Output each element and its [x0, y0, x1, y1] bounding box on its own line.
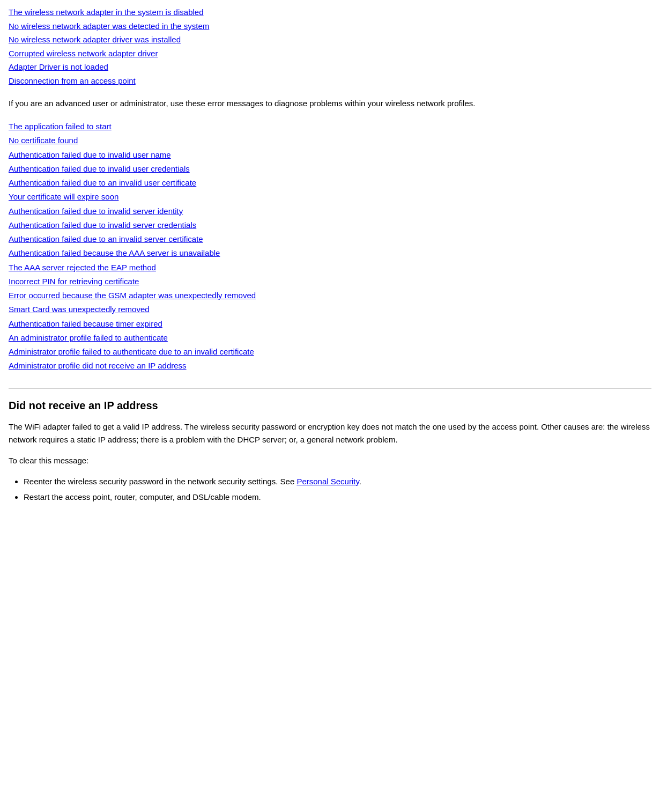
list-item: Reenter the wireless security password i… [24, 475, 651, 489]
error-link-item[interactable]: Authentication failed due to invalid ser… [9, 218, 651, 232]
top-links-section: The wireless network adapter in the syst… [9, 5, 651, 87]
top-link-item[interactable]: Corrupted wireless network adapter drive… [9, 47, 651, 61]
top-link-item[interactable]: Disconnection from an access point [9, 74, 651, 88]
body-paragraph: The WiFi adapter failed to get a valid I… [9, 420, 651, 447]
error-link-item[interactable]: Your certificate will expire soon [9, 190, 651, 204]
bullet-list: Reenter the wireless security password i… [24, 475, 651, 504]
error-link-item[interactable]: The application failed to start [9, 120, 651, 134]
error-link-item[interactable]: Authentication failed due to invalid use… [9, 162, 651, 176]
error-link-item[interactable]: The AAA server rejected the EAP method [9, 261, 651, 275]
error-link-item[interactable]: Incorrect PIN for retrieving certificate [9, 275, 651, 289]
error-link-item[interactable]: An administrator profile failed to authe… [9, 331, 651, 345]
description-text: If you are an advanced user or administr… [9, 97, 651, 110]
top-link-item[interactable]: Adapter Driver is not loaded [9, 60, 651, 74]
personal-security-link[interactable]: Personal Security [296, 477, 359, 486]
error-link-item[interactable]: Smart Card was unexpectedly removed [9, 302, 651, 316]
error-link-item[interactable]: Administrator profile failed to authenti… [9, 345, 651, 359]
error-link-item[interactable]: Authentication failed because timer expi… [9, 317, 651, 331]
section-heading: Did not receive an IP address [9, 400, 651, 412]
error-link-item[interactable]: Authentication failed due to invalid use… [9, 148, 651, 162]
error-link-item[interactable]: Authentication failed due to an invalid … [9, 176, 651, 190]
top-link-item[interactable]: No wireless network adapter was detected… [9, 19, 651, 33]
clear-message-label: To clear this message: [9, 454, 651, 468]
error-links-section: The application failed to startNo certif… [9, 120, 651, 373]
error-link-item[interactable]: Authentication failed because the AAA se… [9, 246, 651, 260]
horizontal-divider [9, 388, 651, 389]
bullet-text-after: . [359, 477, 361, 486]
error-link-item[interactable]: Error occurred because the GSM adapter w… [9, 289, 651, 302]
list-item: Restart the access point, router, comput… [24, 491, 651, 504]
error-link-item[interactable]: Administrator profile did not receive an… [9, 359, 651, 373]
top-link-item[interactable]: The wireless network adapter in the syst… [9, 5, 651, 19]
error-link-item[interactable]: Authentication failed due to invalid ser… [9, 204, 651, 218]
error-link-item[interactable]: Authentication failed due to an invalid … [9, 232, 651, 246]
error-link-item[interactable]: No certificate found [9, 134, 651, 147]
bullet-text-before: Reenter the wireless security password i… [24, 477, 296, 486]
top-link-item[interactable]: No wireless network adapter driver was i… [9, 33, 651, 47]
